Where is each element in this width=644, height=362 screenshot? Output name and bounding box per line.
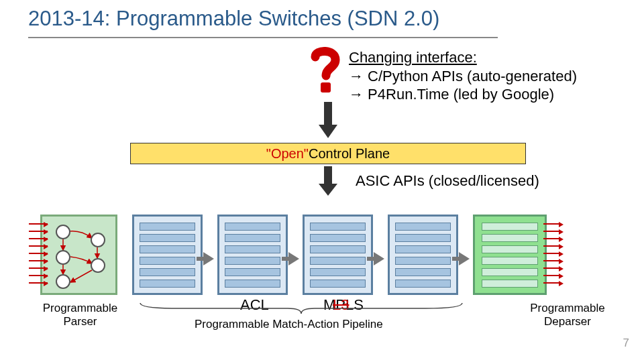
parse-graph-edges [42,217,115,293]
table-row [140,234,195,242]
deparser-label: Programmable Deparser [521,302,614,328]
match-action-stage [217,215,288,295]
deparser-block [473,215,547,295]
table-row [395,257,451,265]
table-row [140,280,195,288]
deparser-slot [482,223,538,231]
interface-heading: Changing interface: [349,48,577,67]
table-row [310,245,366,253]
parse-node [56,250,70,265]
control-plane-rest: Control Plane [309,146,390,162]
out-arrow-icon [543,275,559,276]
deparser-slot [482,234,538,242]
table-row [225,280,280,288]
parse-node [91,233,105,247]
parser-label: Programmable Parser [35,302,125,328]
table-row [310,280,366,288]
table-row [310,234,366,242]
match-action-stage [132,215,203,295]
slide-title: 2013-14: Programmable Switches (SDN 2.0) [28,7,439,31]
stage-arrow-icon [374,252,384,265]
out-arrow-icon [543,253,559,254]
table-row [225,268,280,276]
table-row [225,257,280,265]
arrow-down-to-control-plane-icon [319,102,337,139]
out-arrow-icon [543,282,559,284]
out-arrow-icon [543,245,559,247]
out-arrow-icon [543,238,559,239]
table-row [140,245,195,253]
match-action-stage [303,215,373,295]
out-arrow-icon [543,223,559,225]
table-row [140,223,195,231]
table-row [310,223,366,231]
stage-arrow-icon [459,252,470,265]
stage-arrow-icon [203,252,214,265]
interface-line-1: → C/Python APIs (auto-generated) [349,67,577,86]
match-action-stage [388,215,458,295]
table-row [395,268,451,276]
out-arrow-icon [543,267,559,269]
table-row [395,280,451,288]
svg-rect-1 [324,102,332,125]
control-plane-box: "Open" Control Plane [130,143,526,164]
slide-number: 7 [623,337,629,350]
table-row [225,234,280,242]
deparser-slot [482,257,538,265]
parse-node [56,274,70,289]
out-arrow-icon [543,231,559,232]
pipeline-caption: Programmable Match-Action Pipeline [195,318,383,331]
table-row [395,234,451,242]
deparser-output-arrows [543,223,564,290]
out-arrow-icon [543,260,559,261]
arrow-down-to-pipeline-icon [319,166,337,197]
question-mark-icon [307,45,344,95]
pipeline-bracket-icon [137,302,466,315]
svg-rect-0 [321,82,331,93]
table-row [310,268,366,276]
svg-rect-2 [324,166,332,184]
parser-block [40,215,117,295]
stage-arrow-icon [288,252,299,265]
table-row [225,245,280,253]
deparser-slot [482,268,538,276]
parse-node [56,225,70,239]
table-row [140,257,195,265]
table-row [225,223,280,231]
table-row [395,223,451,231]
table-row [140,268,195,276]
pipeline-row [40,201,604,308]
interface-line-2: → P4Run.Time (led by Google) [349,85,577,104]
interface-text: Changing interface: → C/Python APIs (aut… [349,48,577,104]
table-row [310,257,366,265]
deparser-slot [482,245,538,253]
parse-node [91,258,105,273]
deparser-slot [482,280,538,288]
asic-apis-label: ASIC APIs (closed/licensed) [356,172,539,190]
table-row [395,245,451,253]
title-underline [28,37,498,38]
open-quoted: "Open" [266,146,309,162]
